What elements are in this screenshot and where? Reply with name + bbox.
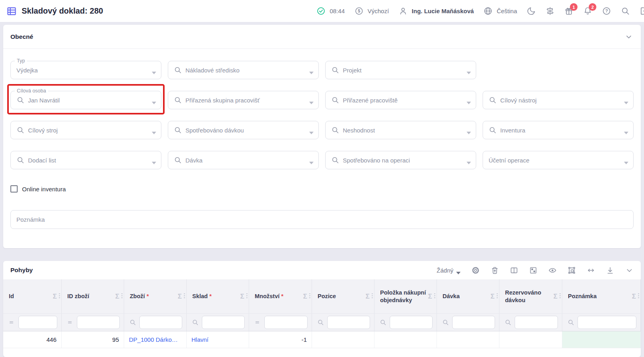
cell-mnozstvi[interactable]: -1 (249, 331, 312, 348)
note-input[interactable] (10, 210, 634, 229)
search-filter-icon (317, 319, 324, 326)
cell-id[interactable]: 446 (3, 331, 62, 348)
column-header-id-zbozi[interactable]: ID zboží Σ (62, 279, 124, 313)
filter-input-mnozstvi[interactable] (264, 316, 308, 329)
sum-aggregate-icon[interactable]: Σ (366, 293, 370, 301)
column-resize-handle[interactable] (121, 293, 123, 299)
column-resize-handle[interactable] (497, 293, 498, 299)
field-prirazene-pracoviste[interactable]: Přiřazené pracoviště (325, 91, 476, 109)
column-resize-handle[interactable] (246, 293, 248, 299)
caret-down-icon (309, 69, 314, 72)
cell-id-zbozi[interactable]: 95 (62, 331, 124, 348)
restore-deleted-button[interactable] (491, 266, 499, 275)
filter-input-sklad[interactable] (202, 316, 245, 329)
field-davka[interactable]: Dávka (168, 151, 319, 169)
field-cilova-osoba[interactable]: Cílová osobaJan Navrátil (10, 91, 161, 109)
field-nakladove-stredisko[interactable]: Nákladové středisko (168, 61, 319, 79)
logout-button[interactable] (640, 6, 644, 16)
field-projekt[interactable]: Projekt (325, 61, 476, 79)
notifications-button[interactable]: 2 (583, 6, 592, 16)
field-spotrebovano-davkou[interactable]: Spotřebováno dávkou (168, 121, 319, 139)
help-button[interactable]: ? (602, 6, 611, 16)
filter-input-pozice[interactable] (327, 316, 370, 329)
cell-davka[interactable] (437, 331, 499, 348)
sum-aggregate-icon[interactable]: Σ (115, 293, 119, 301)
document-grid-icon (6, 6, 17, 16)
export-download-button[interactable] (606, 266, 614, 275)
cell-polozka-nakupni-objednavky[interactable] (374, 331, 437, 348)
column-resize-handle[interactable] (184, 293, 185, 299)
focus-frame-button[interactable] (568, 266, 576, 275)
filter-input-poznamka[interactable] (578, 316, 636, 329)
filter-input-davka[interactable] (452, 316, 495, 329)
field-cilovy-stroj[interactable]: Cílový stroj (10, 121, 161, 139)
whats-new-button[interactable]: 1 (564, 6, 574, 16)
field-prirazena-skupina-pracovist[interactable]: Přiřazená skupina pracovišť (168, 91, 319, 109)
chevron-down-icon[interactable] (625, 33, 633, 41)
dark-mode-button[interactable] (527, 6, 536, 16)
group-by-select[interactable]: Žádný (437, 267, 461, 274)
field-value-text: Nákladové středisko (185, 67, 239, 74)
column-header-zbozi[interactable]: Zboží * Σ (124, 279, 187, 313)
field-dodaci-list[interactable]: Dodací list (10, 151, 161, 169)
cell-sklad[interactable]: Hlavní (187, 331, 249, 348)
status-saved-button[interactable] (316, 6, 326, 16)
sum-aggregate-icon[interactable]: Σ (428, 293, 432, 301)
column-header-id[interactable]: Id Σ (3, 279, 62, 313)
expand-horizontal-button[interactable] (587, 266, 595, 275)
visibility-button[interactable] (548, 266, 557, 275)
sum-aggregate-icon[interactable]: Σ (53, 293, 57, 301)
filter-input-rezervovano-davkou[interactable] (515, 316, 558, 329)
general-section-header[interactable]: Obecné (3, 25, 641, 49)
column-resize-handle[interactable] (309, 293, 310, 299)
online-inventory-checkbox[interactable] (10, 185, 18, 193)
cell-zbozi[interactable]: DP_1000 Dárko… (124, 331, 187, 348)
field-spotrebovano-na-operaci[interactable]: Spotřebováno na operaci (325, 151, 476, 169)
column-resize-handle[interactable] (372, 293, 373, 299)
settings-button[interactable] (471, 266, 480, 275)
language-button[interactable] (483, 6, 493, 16)
column-header-mnozstvi[interactable]: Množství * Σ (249, 279, 312, 313)
sum-aggregate-icon[interactable]: Σ (303, 293, 307, 301)
column-resize-handle[interactable] (59, 293, 60, 299)
column-header-davka[interactable]: Dávka Σ (437, 279, 499, 313)
cell-poznamka[interactable] (562, 331, 641, 348)
layout-blocks-button[interactable] (529, 266, 537, 275)
group-by-select-label: Žádný (437, 267, 453, 274)
sum-aggregate-icon[interactable]: Σ (553, 293, 557, 301)
column-resize-handle[interactable] (434, 293, 435, 299)
split-columns-button[interactable] (510, 266, 518, 275)
field-ucetni-operace[interactable]: Účetní operace (483, 151, 634, 169)
cell-rezervovano-davkou[interactable] (499, 331, 562, 348)
column-header-sklad[interactable]: Sklad * Σ (187, 279, 249, 313)
sum-aggregate-icon[interactable]: Σ (632, 293, 636, 301)
column-header-polozka-nakupni-objednavky[interactable]: Položka nákupní objednávky Σ (374, 279, 437, 313)
column-header-pozice[interactable]: Pozice Σ (312, 279, 374, 313)
sum-aggregate-icon[interactable]: Σ (240, 293, 244, 301)
column-resize-handle[interactable] (638, 293, 639, 299)
field-typ[interactable]: TypVýdejka (10, 61, 161, 79)
field-inventura[interactable]: Inventura (483, 121, 634, 139)
field-neshodnost[interactable]: Neshodnost (325, 121, 476, 139)
column-header-poznamka[interactable]: Poznámka Σ (562, 279, 641, 313)
cell-pozice[interactable] (312, 331, 374, 348)
language-label: Čeština (497, 8, 517, 14)
filter-input-id[interactable] (18, 316, 57, 329)
column-label: Poznámka (568, 293, 632, 300)
sum-aggregate-icon[interactable]: Σ (178, 293, 182, 301)
field-cilovy-nastroj[interactable]: Cílový nástroj (483, 91, 634, 109)
filter-input-polozka-nakupni-objednavky[interactable] (390, 316, 433, 329)
general-form-grid: TypVýdejkaNákladové střediskoProjektCílo… (3, 49, 641, 169)
column-header-rezervovano-davkou[interactable]: Rezervováno dávkou Σ (499, 279, 562, 313)
filter-input-id-zbozi[interactable] (77, 316, 120, 329)
currency-button[interactable]: $ (354, 6, 364, 16)
caret-down-icon (309, 99, 314, 102)
column-resize-handle[interactable] (559, 293, 561, 299)
user-button[interactable] (398, 6, 408, 16)
sum-aggregate-icon[interactable]: Σ (491, 293, 495, 301)
filter-input-zbozi[interactable] (139, 316, 182, 329)
search-filter-icon (568, 319, 574, 326)
global-search-button[interactable] (621, 6, 630, 16)
collapse-section-button[interactable] (625, 266, 634, 275)
navigation-button[interactable] (545, 6, 555, 16)
